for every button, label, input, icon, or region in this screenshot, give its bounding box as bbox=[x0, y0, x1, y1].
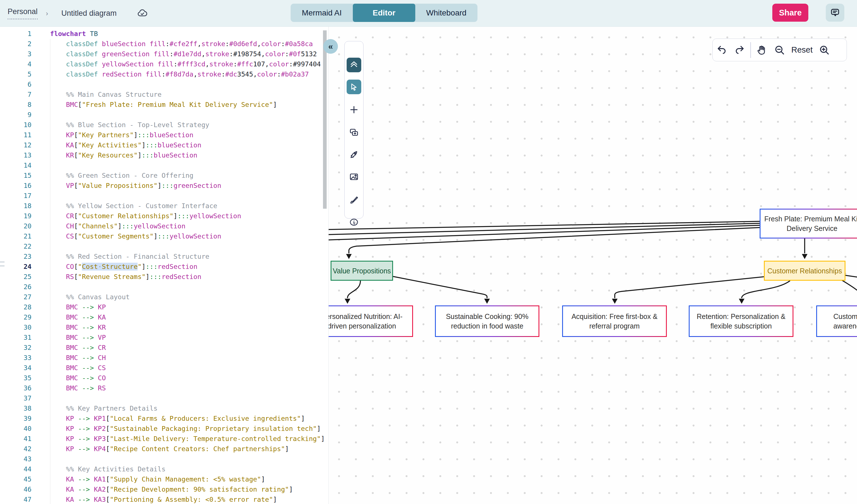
breadcrumb-workspace[interactable]: Personal bbox=[7, 0, 38, 27]
brush-button[interactable] bbox=[347, 193, 361, 207]
code-line-13[interactable]: 13 KR["Key Resources"]:::blueSection bbox=[0, 150, 328, 160]
code-line-31[interactable]: 31 BMC --> VP bbox=[0, 332, 328, 343]
code-line-36[interactable]: 36 BMC --> RS bbox=[0, 383, 328, 393]
flowchart-node-CR1[interactable]: Acquisition: Free first-box & referral p… bbox=[562, 306, 667, 337]
code-line-9[interactable]: 9 bbox=[0, 110, 328, 120]
code-line-43[interactable]: 43 bbox=[0, 454, 328, 464]
code-line-47[interactable]: 47 KA --> KA3["Portioning & Assembly: <0… bbox=[0, 494, 328, 504]
collapse-toolbar-button[interactable] bbox=[347, 58, 361, 72]
tab-editor[interactable]: Editor bbox=[353, 4, 415, 22]
code-line-14[interactable]: 14 bbox=[0, 160, 328, 171]
flowchart-node-VP2[interactable]: Sustainable Cooking: 90% reduction in fo… bbox=[435, 306, 539, 337]
code-line-44[interactable]: 44 %% Key Activities Details bbox=[0, 464, 328, 474]
editor-scrollbar[interactable] bbox=[323, 30, 327, 209]
flowchart-node-BMC[interactable]: Fresh Plate: Premium Meal Kit Delivery S… bbox=[760, 209, 857, 239]
code-line-33[interactable]: 33 BMC --> CH bbox=[0, 353, 328, 363]
image-button[interactable] bbox=[347, 170, 361, 184]
code-line-5[interactable]: 5 classDef redSection fill:#f8d7da,strok… bbox=[0, 69, 328, 79]
code-editor[interactable]: 1flowchart TB2 classDef blueSection fill… bbox=[0, 27, 329, 504]
duplicate-icon bbox=[349, 127, 359, 137]
code-line-35[interactable]: 35 BMC --> CO bbox=[0, 373, 328, 383]
line-number: 5 bbox=[0, 69, 32, 79]
code-line-23[interactable]: 23 %% Red Section - Financial Structure bbox=[0, 251, 328, 262]
code-line-4[interactable]: 4 classDef yellowSection fill:#fff3cd,st… bbox=[0, 59, 328, 69]
code-line-21[interactable]: 21 CS["Customer Segments"]:::yellowSecti… bbox=[0, 231, 328, 241]
code-text: KP --> KP1["Local Farms & Producers: Exc… bbox=[50, 414, 305, 423]
reset-zoom-button[interactable]: Reset bbox=[789, 45, 816, 55]
flowchart-node-VP[interactable]: Value Propositions bbox=[331, 261, 393, 281]
edge-CR-to-X1 bbox=[842, 280, 857, 290]
code-line-41[interactable]: 41 KP --> KP3["Last-Mile Delivery: Tempe… bbox=[0, 434, 328, 444]
code-line-11[interactable]: 11 KP["Key Partners"]:::blueSection bbox=[0, 130, 328, 140]
code-line-26[interactable]: 26 bbox=[0, 282, 328, 292]
flowchart-node-X1[interactable]: Customer awareness bbox=[816, 306, 857, 337]
code-line-27[interactable]: 27 %% Canvas Layout bbox=[0, 292, 328, 302]
code-line-15[interactable]: 15 %% Green Section - Core Offering bbox=[0, 171, 328, 180]
zoom-out-button[interactable] bbox=[771, 41, 789, 59]
flowchart-node-CR2[interactable]: Retention: Personalization & flexible su… bbox=[689, 306, 793, 337]
code-text: CH["Channels"]:::yellowSection bbox=[50, 221, 185, 231]
code-line-45[interactable]: 45 KA --> KA1["Supply Chain Management: … bbox=[0, 474, 328, 484]
info-button[interactable] bbox=[347, 215, 361, 229]
brush-icon bbox=[349, 195, 359, 205]
share-button[interactable]: Share bbox=[772, 4, 808, 22]
code-line-46[interactable]: 46 KA --> KA2["Recipe Development: 90% s… bbox=[0, 484, 328, 494]
undo-button[interactable] bbox=[713, 41, 731, 59]
pan-hand-button[interactable] bbox=[753, 41, 771, 59]
line-number: 37 bbox=[0, 393, 32, 403]
code-line-24[interactable]: 24 CO["Cost·Structure"]:::redSection bbox=[0, 262, 328, 272]
line-number: 43 bbox=[0, 454, 32, 464]
code-line-20[interactable]: 20 CH["Channels"]:::yellowSection bbox=[0, 221, 328, 231]
code-line-16[interactable]: 16 VP["Value Propositions"]:::greenSecti… bbox=[0, 180, 328, 191]
code-text: CO["Cost·Structure"]:::redSection bbox=[50, 262, 198, 272]
code-line-42[interactable]: 42 KP --> KP4["Recipe Content Creators: … bbox=[0, 444, 328, 454]
code-line-2[interactable]: 2 classDef blueSection fill:#cfe2ff,stro… bbox=[0, 39, 328, 49]
redo-button[interactable] bbox=[731, 41, 749, 59]
select-cursor-button[interactable] bbox=[347, 80, 361, 94]
line-number: 21 bbox=[0, 231, 32, 241]
code-text: BMC --> KR bbox=[50, 322, 106, 332]
code-line-32[interactable]: 32 BMC --> CR bbox=[0, 343, 328, 353]
code-line-8[interactable]: 8 BMC["Fresh Plate: Premium Meal Kit Del… bbox=[0, 100, 328, 110]
code-line-17[interactable]: 17 bbox=[0, 191, 328, 201]
code-line-3[interactable]: 3 classDef greenSection fill:#d1e7dd,str… bbox=[0, 49, 328, 59]
diagram-canvas[interactable]: Reset Fresh Plate: Premium Meal Kit Deli… bbox=[329, 27, 857, 504]
code-line-38[interactable]: 38 %% Key Partners Details bbox=[0, 403, 328, 414]
diagram-title[interactable]: Untitled diagram bbox=[61, 0, 117, 27]
add-node-button[interactable] bbox=[347, 102, 361, 117]
edge-arrowhead bbox=[802, 254, 807, 259]
duplicate-button[interactable] bbox=[347, 125, 361, 139]
line-number: 39 bbox=[0, 414, 32, 423]
code-line-6[interactable]: 6 bbox=[0, 79, 328, 89]
tab-whiteboard[interactable]: Whiteboard bbox=[415, 4, 477, 22]
code-text: KA --> KA2["Recipe Development: 90% sati… bbox=[50, 484, 293, 494]
code-line-28[interactable]: 28 BMC --> KP bbox=[0, 302, 328, 312]
flowchart-node-CR[interactable]: Customer Relationships bbox=[764, 261, 845, 281]
collapse-editor-button[interactable]: « bbox=[323, 39, 338, 54]
code-line-10[interactable]: 10 %% Blue Section - Top-Level Strategy bbox=[0, 120, 328, 130]
zoom-in-button[interactable] bbox=[816, 41, 834, 59]
tab-mermaid-ai[interactable]: Mermaid AI bbox=[291, 4, 353, 22]
code-line-25[interactable]: 25 RS["Revenue Streams"]:::redSection bbox=[0, 272, 328, 282]
code-line-22[interactable]: 22 bbox=[0, 241, 328, 251]
code-line-1[interactable]: 1flowchart TB bbox=[0, 29, 328, 39]
chat-button[interactable] bbox=[826, 4, 844, 22]
flowchart-node-VP1[interactable]: Personalized Nutrition: AI- driven perso… bbox=[329, 306, 413, 337]
code-line-18[interactable]: 18 %% Yellow Section - Customer Interfac… bbox=[0, 201, 328, 211]
code-line-7[interactable]: 7 %% Main Canvas Structure bbox=[0, 89, 328, 100]
rocket-button[interactable] bbox=[347, 147, 361, 162]
code-line-29[interactable]: 29 BMC --> KA bbox=[0, 312, 328, 322]
code-line-40[interactable]: 40 KP --> KP2["Sustainable Packaging: Pr… bbox=[0, 423, 328, 434]
code-line-12[interactable]: 12 KA["Key Activities"]:::blueSection bbox=[0, 140, 328, 150]
code-text: RS["Revenue Streams"]:::redSection bbox=[50, 272, 201, 282]
line-number: 38 bbox=[0, 403, 32, 414]
node-label: Customer awareness bbox=[834, 312, 857, 331]
code-line-34[interactable]: 34 BMC --> CS bbox=[0, 363, 328, 373]
zoombar-divider bbox=[750, 42, 751, 58]
code-line-39[interactable]: 39 KP --> KP1["Local Farms & Producers: … bbox=[0, 414, 328, 423]
code-line-30[interactable]: 30 BMC --> KR bbox=[0, 322, 328, 332]
line-number: 2 bbox=[0, 39, 32, 49]
line-number: 28 bbox=[0, 302, 32, 312]
code-line-37[interactable]: 37 bbox=[0, 393, 328, 403]
code-line-19[interactable]: 19 CR["Customer Relationships"]:::yellow… bbox=[0, 211, 328, 221]
